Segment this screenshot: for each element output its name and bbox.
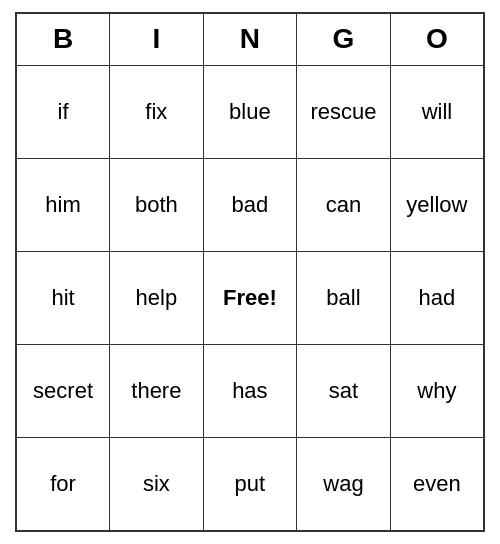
bingo-cell-2-1: help — [110, 251, 204, 344]
bingo-cell-4-1: six — [110, 438, 204, 531]
bingo-cell-4-0: for — [16, 438, 110, 531]
bingo-cell-1-1: both — [110, 158, 204, 251]
bingo-cell-0-1: fix — [110, 65, 204, 158]
bingo-cell-2-3: ball — [297, 251, 391, 344]
bingo-cell-0-3: rescue — [297, 65, 391, 158]
bingo-cell-3-4: why — [390, 345, 484, 438]
bingo-cell-2-0: hit — [16, 251, 110, 344]
bingo-row-4: forsixputwageven — [16, 438, 484, 531]
bingo-cell-3-1: there — [110, 345, 204, 438]
bingo-cell-4-4: even — [390, 438, 484, 531]
bingo-card: BINGO iffixbluerescuewillhimbothbadcanye… — [15, 12, 485, 532]
bingo-cell-2-4: had — [390, 251, 484, 344]
bingo-cell-0-0: if — [16, 65, 110, 158]
bingo-cell-4-2: put — [203, 438, 297, 531]
header-letter-i: I — [110, 13, 204, 65]
bingo-row-3: secrettherehassatwhy — [16, 345, 484, 438]
bingo-header-row: BINGO — [16, 13, 484, 65]
header-letter-o: O — [390, 13, 484, 65]
bingo-row-1: himbothbadcanyellow — [16, 158, 484, 251]
bingo-cell-0-2: blue — [203, 65, 297, 158]
bingo-cell-3-3: sat — [297, 345, 391, 438]
header-letter-b: B — [16, 13, 110, 65]
bingo-cell-1-2: bad — [203, 158, 297, 251]
header-letter-g: G — [297, 13, 391, 65]
bingo-cell-2-2: Free! — [203, 251, 297, 344]
bingo-cell-1-3: can — [297, 158, 391, 251]
bingo-cell-1-0: him — [16, 158, 110, 251]
bingo-cell-3-0: secret — [16, 345, 110, 438]
bingo-cell-3-2: has — [203, 345, 297, 438]
bingo-cell-1-4: yellow — [390, 158, 484, 251]
header-letter-n: N — [203, 13, 297, 65]
bingo-cell-0-4: will — [390, 65, 484, 158]
bingo-row-0: iffixbluerescuewill — [16, 65, 484, 158]
bingo-row-2: hithelpFree!ballhad — [16, 251, 484, 344]
bingo-cell-4-3: wag — [297, 438, 391, 531]
